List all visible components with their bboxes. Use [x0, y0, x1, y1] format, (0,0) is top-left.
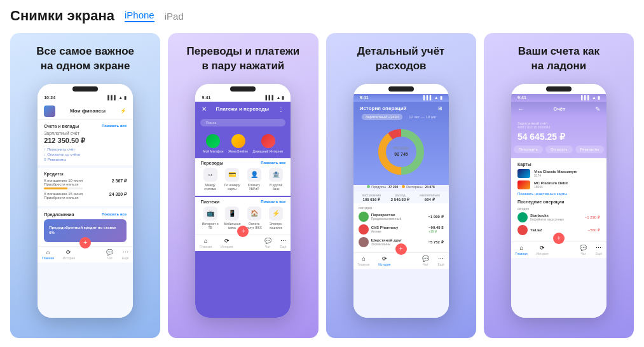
s3-tx-1[interactable]: Перекресток Продовольственный −1 990 ₽ [359, 212, 444, 222]
s2-transfer-3[interactable]: 👤 Клиенту УБРиР [244, 168, 264, 191]
s2-transfer-4[interactable]: 🏦 В другой банк [266, 168, 286, 191]
s1-fab-button[interactable]: + [79, 237, 91, 248]
s4-details-btn[interactable]: Реквизиты [575, 146, 604, 153]
s2-transfer-label-2: По номеру карты [223, 183, 242, 191]
s4-chat-icon: 💬 [580, 245, 587, 251]
wifi-icon-4: ▲ [592, 95, 596, 100]
s2-nav-more[interactable]: ⋯ Ещё [280, 238, 286, 248]
wifi-icon: ▲ [118, 95, 123, 100]
s4-visa-logo [517, 169, 530, 178]
s3-tx-amounts-2: −90.45 $ +19 ₽ [428, 226, 444, 233]
s3-nav-home[interactable]: ⌂ Главная [357, 255, 369, 266]
s2-transfer-2[interactable]: 💳 По номеру карты [223, 168, 242, 191]
s2-app-internet[interactable]: Домашний Интернет [253, 134, 284, 153]
s1-credit2-amount: 24 320 ₽ [109, 192, 127, 197]
s3-tab-2[interactable]: 12 авг — 19 авг [405, 114, 440, 120]
s2-nav-history[interactable]: ⟳ История [221, 238, 233, 248]
s2-nav-chat[interactable]: 💬 Чат [264, 238, 271, 248]
s3-chat-icon: 💬 [422, 255, 429, 262]
s1-offers-show-all[interactable]: Показать все [102, 212, 127, 217]
s4-nav-chat[interactable]: 💬 Чат [580, 245, 587, 255]
s2-search[interactable]: Поиск [200, 119, 285, 126]
s3-tab-1[interactable]: Зарплатный +3430 [362, 114, 403, 120]
s3-fab-button[interactable]: + [395, 243, 407, 255]
s2-transfer-1[interactable]: ↔ Между счетами [200, 168, 220, 191]
s4-nav-more[interactable]: ⋯ Ещё [596, 245, 602, 255]
s4-card-item-2[interactable]: MC Platinum Debit 18044 [517, 180, 600, 189]
s2-app-beeline[interactable]: Жена Беeline [228, 134, 248, 153]
s4-nav-home[interactable]: ⌂ Главная [516, 245, 528, 255]
s1-nav-history[interactable]: ⟳ История [63, 249, 75, 260]
s3-stat-value-3: 604 ₽ [425, 197, 435, 201]
s2-app-megafon[interactable]: Мой Мегафон [203, 134, 223, 153]
s2-transfers-title: Переводы [200, 161, 223, 165]
s2-fab-button[interactable]: + [237, 226, 249, 237]
s3-legend: Продукты 37 200 Рестораны 24 678 [353, 185, 449, 191]
s3-nav-more[interactable]: ⋯ Ещё [438, 255, 444, 266]
s1-show-all-btn[interactable]: Показать все [102, 124, 127, 128]
s2-history-icon: ⟳ [224, 238, 230, 244]
s2-payment-1[interactable]: 📺 Интернет и ТВ [200, 207, 220, 229]
phone-notch-2 [195, 84, 291, 94]
s4-card-item-1[interactable]: Visa Classic Максимум 5174 [517, 169, 600, 178]
s2-app-icon-megafon [206, 134, 220, 148]
s4-home-icon: ⌂ [520, 245, 523, 251]
s2-payment-4[interactable]: ⚡ Электро- кошелек [266, 207, 286, 229]
s3-tx-sub-2: Аптеки [371, 229, 426, 233]
s2-app-label-3: Домашний Интернет [253, 149, 284, 153]
s3-filter-icon[interactable]: ⊞ [438, 105, 442, 111]
s3-tabs: Зарплатный +3430 12 авг — 19 авг [360, 114, 442, 120]
s1-app-title: Мои финансы [70, 108, 106, 114]
s2-payment-icon-1: 📺 [203, 207, 217, 221]
s4-op-info-1: Starbucks Кофейни и закусочные [530, 214, 582, 221]
signal-icon-2: ▌▌▌ [266, 95, 275, 100]
s2-transfers-grid: ↔ Между счетами 💳 По номеру карты 👤 Клие… [200, 168, 285, 191]
s3-nav-chat[interactable]: 💬 Чат [422, 255, 429, 266]
page-title: Снимки экрана [10, 8, 114, 24]
s1-nav-more[interactable]: ⋯ Ещё [122, 249, 128, 260]
s4-edit-icon[interactable]: ✎ [595, 105, 600, 112]
battery-icon-2: ▮ [282, 95, 284, 100]
s4-nav-history[interactable]: ⟳ История [536, 245, 548, 255]
s4-refill-btn[interactable]: Пополнить [514, 146, 543, 153]
tab-ipad[interactable]: iPad [165, 11, 184, 22]
s4-op-amount-2: −560 ₽ [588, 228, 600, 232]
s4-more-icon: ⋯ [596, 245, 601, 251]
s4-fab-button[interactable]: + [553, 233, 565, 244]
s4-op-name-2: TELE2 [530, 228, 586, 232]
s2-menu-icon[interactable]: ⋮ [278, 105, 284, 112]
s1-refill-action[interactable]: ↑ Пополнить счёт [44, 147, 75, 151]
s3-bottom-nav: ⌂ Главная ⟳ История 💬 Чат ⋯ Ещё [353, 252, 449, 269]
phone-mockup-3: 9:41 ▌▌▌ ▲ ▮ История операций ⊞ Зарплатн… [353, 84, 449, 318]
s4-cards-section: Карты Visa Classic Максимум 5174 MC Plat… [511, 158, 606, 242]
s2-payment-icon-4: ⚡ [269, 207, 283, 221]
s4-pay-btn[interactable]: Оплатить [545, 146, 573, 153]
s2-transfers-show-all[interactable]: Показать все [261, 161, 285, 165]
s2-nav-home[interactable]: ⌂ Главная [200, 238, 212, 248]
s4-back-icon[interactable]: ← [517, 105, 524, 112]
s4-op-sub-1: Кофейни и закусочные [530, 217, 582, 221]
phone-status-1: 10:24 ▌▌▌ ▲ ▮ [38, 94, 133, 102]
s3-tx-2[interactable]: CVS Pharmacy Аптеки −90.45 $ +19 ₽ [359, 224, 444, 235]
s4-op-1[interactable]: Starbucks Кофейни и закусочные −1 230 ₽ [517, 212, 600, 222]
s2-payment-icon-2: 📱 [225, 207, 239, 221]
s4-title: Счёт [524, 106, 595, 112]
phone-mockup-2: 9:41 ▌▌▌ ▲ ▮ ✕ Платежи и переводы ⋮ Поис… [195, 84, 291, 318]
s1-pay-action[interactable]: ↓ Оплатить со счёта [44, 153, 80, 156]
tab-iphone[interactable]: iPhone [125, 10, 154, 22]
phone-notch-3 [353, 84, 449, 94]
s1-credits-title: Кредиты [44, 172, 64, 176]
s2-payment-2[interactable]: 📱 Мобильная связь [223, 207, 242, 229]
s2-payment-3[interactable]: 🏠 Оплата услуг ЖКХ [244, 207, 264, 229]
phone-status-2: 9:41 ▌▌▌ ▲ ▮ [195, 94, 291, 102]
s3-nav-history[interactable]: ⟳ История [378, 255, 390, 266]
s2-close-icon[interactable]: ✕ [202, 105, 207, 112]
s1-credit-item-1: К погашению 10 июня Приобрести нельзя 2 … [44, 179, 127, 189]
s1-nav-home[interactable]: ⌂ Главная [42, 249, 54, 260]
s4-show-inactive-btn[interactable]: Показать неактивные карты [517, 192, 600, 196]
s1-details-action[interactable]: ≡ Реквизиты [44, 158, 66, 161]
s1-account-actions: ↑ Пополнить счёт [44, 147, 127, 151]
s1-nav-chat[interactable]: 💬 Чат [106, 249, 113, 260]
s2-payments-show-all[interactable]: Показать все [261, 200, 285, 204]
card-caption-4: Ваши счета как на ладони [518, 44, 599, 74]
